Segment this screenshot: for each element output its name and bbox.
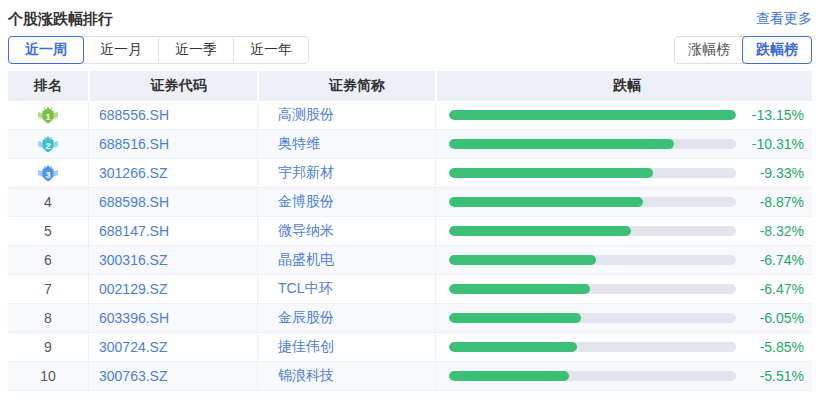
- stock-code[interactable]: 300724.SZ: [99, 339, 168, 355]
- change-bar-track: [449, 313, 736, 323]
- stock-name[interactable]: 金辰股份: [278, 309, 334, 327]
- change-bar-fill: [449, 313, 581, 323]
- table-row: 6 300316.SZ 晶盛机电 -6.74%: [8, 246, 812, 275]
- toolbar: 近一周 近一月 近一季 近一年 涨幅榜 跌幅榜: [8, 36, 812, 64]
- change-value: -9.33%: [736, 165, 804, 181]
- rank-cell: 1: [8, 101, 88, 129]
- stock-code[interactable]: 002129.SZ: [99, 281, 168, 297]
- period-tab-group: 近一周 近一月 近一季 近一年: [8, 36, 309, 64]
- rank-medal-icon: 3: [37, 164, 59, 183]
- change-bar-track: [449, 226, 736, 236]
- change-cell: -6.74%: [435, 246, 812, 274]
- change-value: -10.31%: [736, 136, 804, 152]
- widget-title: 个股涨跌幅排行: [8, 10, 113, 29]
- table-row: 1 688556.SH 高测股份 -13.15%: [8, 101, 812, 130]
- table-row: 7 002129.SZ TCL中环 -6.47%: [8, 275, 812, 304]
- rank-cell: 10: [8, 362, 88, 390]
- change-bar-fill: [449, 168, 653, 178]
- rank-medal-icon: 1: [37, 106, 59, 125]
- rank-medal-icon: 2: [37, 135, 59, 154]
- stock-code[interactable]: 688598.SH: [99, 194, 169, 210]
- stock-name[interactable]: 晶盛机电: [278, 251, 334, 269]
- rank-cell: 4: [8, 188, 88, 216]
- change-bar-track: [449, 255, 736, 265]
- change-cell: -8.32%: [435, 217, 812, 245]
- column-header-change: 跌幅: [435, 71, 812, 101]
- change-value: -5.51%: [736, 368, 804, 384]
- table-row: 8 603396.SH 金辰股份 -6.05%: [8, 304, 812, 333]
- column-header-code: 证券代码: [88, 71, 257, 101]
- change-value: -6.05%: [736, 310, 804, 326]
- rank-cell: 2: [8, 130, 88, 158]
- column-header-name: 证券简称: [257, 71, 435, 101]
- stock-code[interactable]: 300763.SZ: [99, 368, 168, 384]
- change-cell: -6.05%: [435, 304, 812, 332]
- stock-code[interactable]: 688147.SH: [99, 223, 169, 239]
- change-cell: -10.31%: [435, 130, 812, 158]
- tab-period-year[interactable]: 近一年: [233, 37, 308, 63]
- table-header-row: 排名 证券代码 证券简称 跌幅: [8, 71, 812, 101]
- stock-code[interactable]: 301266.SZ: [99, 165, 168, 181]
- rank-cell: 8: [8, 304, 88, 332]
- rank-number: 5: [44, 223, 52, 239]
- change-value: -6.74%: [736, 252, 804, 268]
- stock-name[interactable]: 金博股份: [278, 193, 334, 211]
- stock-name[interactable]: 奥特维: [278, 135, 320, 153]
- stock-name[interactable]: 锦浪科技: [278, 367, 334, 385]
- column-header-rank: 排名: [8, 71, 88, 101]
- change-value: -5.85%: [736, 339, 804, 355]
- change-bar-track: [449, 168, 736, 178]
- change-bar-track: [449, 197, 736, 207]
- tab-period-quarter[interactable]: 近一季: [158, 37, 233, 63]
- change-bar-fill: [449, 110, 736, 120]
- stock-code[interactable]: 300316.SZ: [99, 252, 168, 268]
- change-cell: -13.15%: [435, 101, 812, 129]
- rank-number: 9: [44, 339, 52, 355]
- table-row: 9 300724.SZ 捷佳伟创 -5.85%: [8, 333, 812, 362]
- rank-cell: 3: [8, 159, 88, 187]
- rank-number: 7: [44, 281, 52, 297]
- change-bar-track: [449, 342, 736, 352]
- tab-losers-board[interactable]: 跌幅榜: [742, 36, 812, 64]
- rank-number: 4: [44, 194, 52, 210]
- table-body: 1 688556.SH 高测股份 -13.15% 2 688516.SH 奥特维: [8, 101, 812, 391]
- svg-text:1: 1: [45, 111, 50, 121]
- tab-period-week[interactable]: 近一周: [8, 36, 84, 64]
- stock-name[interactable]: TCL中环: [278, 280, 332, 298]
- change-value: -8.32%: [736, 223, 804, 239]
- stock-name[interactable]: 微导纳米: [278, 222, 334, 240]
- stock-code[interactable]: 603396.SH: [99, 310, 169, 326]
- widget-header: 个股涨跌幅排行 查看更多: [8, 8, 812, 30]
- stock-code[interactable]: 688516.SH: [99, 136, 169, 152]
- stock-code[interactable]: 688556.SH: [99, 107, 169, 123]
- rank-cell: 5: [8, 217, 88, 245]
- change-bar-fill: [449, 371, 569, 381]
- change-bar-fill: [449, 226, 631, 236]
- stock-name[interactable]: 宇邦新材: [278, 164, 334, 182]
- change-cell: -8.87%: [435, 188, 812, 216]
- view-more-link[interactable]: 查看更多: [756, 10, 812, 28]
- rank-number: 8: [44, 310, 52, 326]
- stock-name[interactable]: 捷佳伟创: [278, 338, 334, 356]
- change-cell: -6.47%: [435, 275, 812, 303]
- change-bar-track: [449, 110, 736, 120]
- change-bar-fill: [449, 139, 674, 149]
- tab-gainers-board[interactable]: 涨幅榜: [675, 37, 743, 63]
- rank-cell: 7: [8, 275, 88, 303]
- table-row: 3 301266.SZ 宇邦新材 -9.33%: [8, 159, 812, 188]
- tab-period-month[interactable]: 近一月: [83, 37, 158, 63]
- change-bar-fill: [449, 197, 643, 207]
- table-row: 10 300763.SZ 锦浪科技 -5.51%: [8, 362, 812, 391]
- stock-name[interactable]: 高测股份: [278, 106, 334, 124]
- rank-cell: 9: [8, 333, 88, 361]
- change-value: -8.87%: [736, 194, 804, 210]
- change-cell: -5.51%: [435, 362, 812, 390]
- change-bar-fill: [449, 342, 577, 352]
- change-value: -6.47%: [736, 281, 804, 297]
- change-bar-fill: [449, 255, 596, 265]
- rank-cell: 6: [8, 246, 88, 274]
- rank-number: 10: [40, 368, 56, 384]
- change-cell: -9.33%: [435, 159, 812, 187]
- change-bar-fill: [449, 284, 590, 294]
- rank-number: 6: [44, 252, 52, 268]
